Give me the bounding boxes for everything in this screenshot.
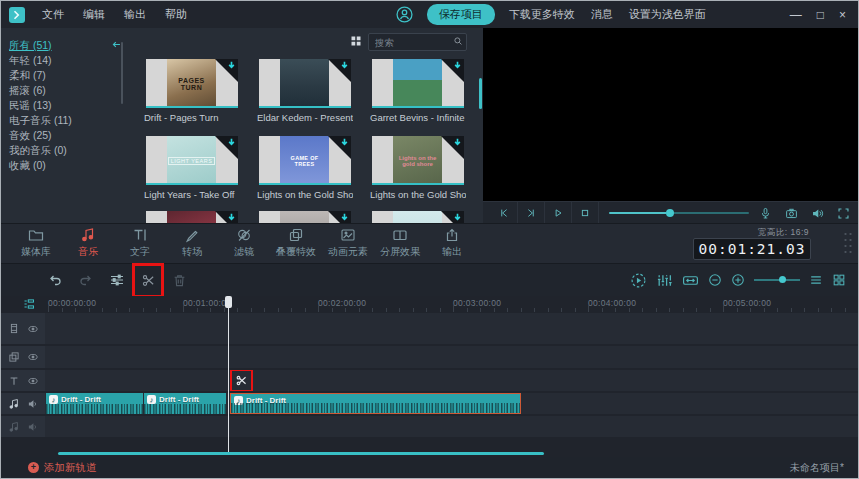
eye-icon[interactable] [27, 323, 39, 335]
grid-view-icon[interactable] [350, 35, 362, 47]
timeline-scissors-icon[interactable] [234, 373, 249, 388]
download-icon[interactable] [226, 212, 237, 223]
fullscreen-icon[interactable] [837, 207, 850, 220]
titlebar-action-1[interactable]: 下载更多特效 [509, 7, 575, 22]
search-input[interactable] [373, 35, 455, 49]
timeline-scrollbar[interactable] [58, 452, 544, 455]
playhead-line[interactable] [228, 306, 229, 452]
category-item-7[interactable]: 音效 (25) [9, 128, 52, 143]
menu-3[interactable]: 输出 [124, 7, 146, 22]
tab-2[interactable]: 音乐 [62, 227, 114, 259]
video-track [1, 313, 858, 344]
category-item-3[interactable]: 柔和 (7) [9, 68, 46, 83]
list-view-icon[interactable] [809, 273, 823, 287]
eye-icon[interactable] [27, 375, 39, 387]
music-item-thumbnail[interactable] [372, 59, 464, 108]
eye-icon[interactable] [27, 351, 39, 363]
download-icon[interactable] [226, 137, 237, 148]
render-preview-icon[interactable] [630, 272, 647, 289]
grid-view-toggle-icon[interactable] [832, 273, 846, 287]
ruler-tick [75, 308, 76, 312]
category-item-6[interactable]: 电子音乐 (11) [9, 113, 72, 128]
music-item-title: Light Years - Take Off [144, 189, 240, 200]
playhead-handle[interactable] [225, 296, 232, 308]
titlebar-action-3[interactable]: 设置为浅色界面 [629, 7, 706, 22]
minimize-button[interactable]: — [790, 8, 802, 22]
music-track-1-lane[interactable]: ♪Drift - Drift♪Drift - Drift♪Drift - Dri… [45, 393, 858, 414]
timeline-zoom-slider[interactable] [754, 270, 800, 290]
category-item-8[interactable]: 我的音乐 (0) [9, 143, 67, 158]
zoom-in-icon[interactable] [731, 273, 745, 287]
save-project-button[interactable]: 保存项目 [427, 4, 495, 25]
close-button[interactable]: × [839, 8, 846, 22]
add-track-button[interactable]: + 添加新轨道 [28, 461, 97, 475]
split-scissors-button[interactable] [138, 270, 158, 290]
category-item-5[interactable]: 民谣 (13) [9, 98, 52, 113]
account-icon[interactable] [396, 6, 413, 23]
category-item-4[interactable]: 摇滚 (6) [9, 83, 46, 98]
jump-to-end-button[interactable] [518, 202, 545, 224]
tab-1[interactable]: 媒体库 [10, 227, 62, 259]
ruler-tick [575, 308, 576, 312]
track-speaker-icon[interactable] [27, 398, 39, 410]
manage-tracks-icon[interactable] [23, 298, 35, 310]
fit-timeline-icon[interactable] [682, 272, 699, 289]
delete-button[interactable] [169, 270, 189, 290]
menu-1[interactable]: 文件 [42, 7, 64, 22]
preview-seek-slider[interactable] [609, 202, 749, 224]
download-icon[interactable] [339, 212, 350, 223]
download-icon[interactable] [339, 60, 350, 71]
download-icon[interactable] [452, 60, 463, 71]
category-item-2[interactable]: 年轻 (14) [9, 53, 52, 68]
time-ruler[interactable]: 00:00:00:0000:01:00:0000:02:00:0000:03:0… [1, 296, 858, 312]
download-icon[interactable] [452, 212, 463, 223]
audio-clip[interactable]: ♪Drift - Drift [144, 393, 226, 414]
video-track-lane[interactable] [45, 313, 858, 344]
snapshot-camera-icon[interactable] [785, 207, 798, 220]
titlebar-action-2[interactable]: 消息 [591, 7, 613, 22]
play-button[interactable] [545, 202, 572, 224]
track-speaker-icon[interactable] [27, 421, 39, 433]
music-track-2-lane[interactable] [45, 416, 858, 437]
adjust-button[interactable] [107, 270, 127, 290]
undo-button[interactable] [45, 270, 65, 290]
microphone-icon[interactable] [759, 207, 772, 220]
ruler-tick [116, 308, 117, 312]
music-item-thumbnail[interactable]: GAME OF TREES [259, 136, 351, 185]
category-item-1[interactable]: 所有 (51) [9, 38, 52, 53]
menu-4[interactable]: 帮助 [165, 7, 187, 22]
music-item-thumbnail[interactable]: Out [372, 211, 464, 223]
audio-mixer-icon[interactable] [656, 272, 673, 289]
audio-clip-selected[interactable]: ♪Drift - Drift [230, 393, 521, 414]
tab-4[interactable]: 转场 [166, 227, 218, 259]
tab-6[interactable]: 叠覆特效 [270, 227, 322, 259]
pip-track-lane[interactable] [45, 346, 858, 368]
tab-8[interactable]: 分屏效果 [374, 227, 426, 259]
download-icon[interactable] [452, 137, 463, 148]
grid-scrollbar[interactable] [479, 78, 482, 109]
music-item-thumbnail[interactable] [146, 211, 238, 223]
music-item-thumbnail[interactable] [259, 59, 351, 108]
text-track-lane[interactable] [45, 370, 858, 391]
tab-3[interactable]: 文字 [114, 227, 166, 259]
music-item-thumbnail[interactable]: LIGHT YEARS [146, 136, 238, 185]
category-item-9[interactable]: 收藏 (0) [9, 158, 46, 173]
download-icon[interactable] [339, 137, 350, 148]
tab-5[interactable]: 滤镜 [218, 227, 270, 259]
stop-button[interactable] [572, 202, 599, 224]
redo-button[interactable] [76, 270, 96, 290]
sidebar-scrollbar[interactable] [121, 42, 123, 104]
speaker-icon[interactable] [811, 207, 824, 220]
menu-2[interactable]: 编辑 [83, 7, 105, 22]
music-item-thumbnail[interactable]: PAGES TURN [146, 59, 238, 108]
jump-to-start-button[interactable] [491, 202, 518, 224]
tab-7[interactable]: 动画元素 [322, 227, 374, 259]
panel-resize-handle[interactable] [843, 231, 853, 257]
music-item-thumbnail[interactable]: Lights on the gold shore [372, 136, 464, 185]
audio-clip[interactable]: ♪Drift - Drift [46, 393, 143, 414]
tab-9[interactable]: 输出 [426, 227, 478, 259]
maximize-button[interactable]: □ [817, 8, 824, 22]
music-item-thumbnail[interactable] [259, 211, 351, 223]
zoom-out-icon[interactable] [708, 273, 722, 287]
download-icon[interactable] [226, 60, 237, 71]
